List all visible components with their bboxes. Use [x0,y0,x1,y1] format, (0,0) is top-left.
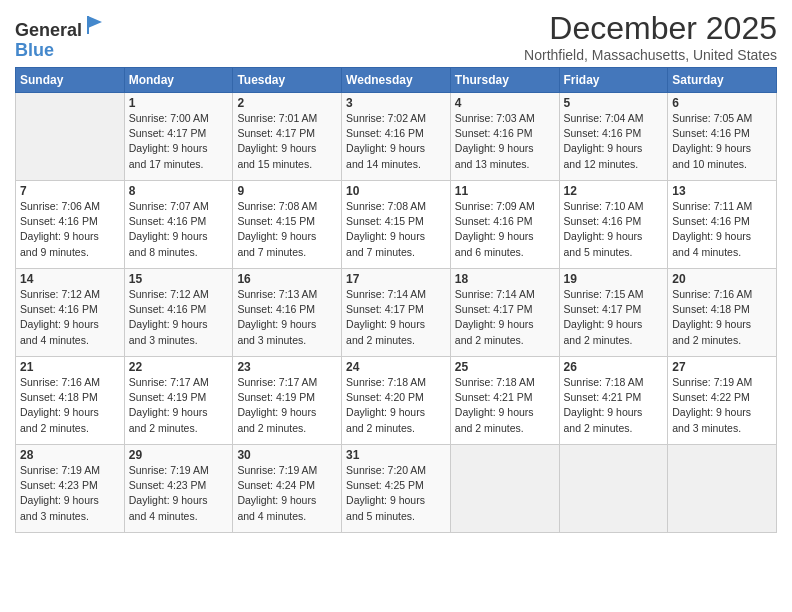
day-info: Sunrise: 7:08 AMSunset: 4:15 PMDaylight:… [346,199,446,260]
day-number: 23 [237,360,337,374]
day-cell: 8Sunrise: 7:07 AMSunset: 4:16 PMDaylight… [124,181,233,269]
day-cell: 21Sunrise: 7:16 AMSunset: 4:18 PMDayligh… [16,357,125,445]
day-number: 3 [346,96,446,110]
day-cell: 29Sunrise: 7:19 AMSunset: 4:23 PMDayligh… [124,445,233,533]
day-cell: 9Sunrise: 7:08 AMSunset: 4:15 PMDaylight… [233,181,342,269]
day-number: 24 [346,360,446,374]
month-title: December 2025 [524,10,777,47]
header: General Blue December 2025 Northfield, M… [15,10,777,63]
day-cell: 16Sunrise: 7:13 AMSunset: 4:16 PMDayligh… [233,269,342,357]
header-tuesday: Tuesday [233,68,342,93]
header-wednesday: Wednesday [342,68,451,93]
header-friday: Friday [559,68,668,93]
day-cell: 1Sunrise: 7:00 AMSunset: 4:17 PMDaylight… [124,93,233,181]
day-cell: 31Sunrise: 7:20 AMSunset: 4:25 PMDayligh… [342,445,451,533]
day-info: Sunrise: 7:14 AMSunset: 4:17 PMDaylight:… [455,287,555,348]
day-info: Sunrise: 7:18 AMSunset: 4:21 PMDaylight:… [564,375,664,436]
day-info: Sunrise: 7:03 AMSunset: 4:16 PMDaylight:… [455,111,555,172]
day-number: 28 [20,448,120,462]
day-info: Sunrise: 7:16 AMSunset: 4:18 PMDaylight:… [672,287,772,348]
day-info: Sunrise: 7:18 AMSunset: 4:21 PMDaylight:… [455,375,555,436]
day-cell: 2Sunrise: 7:01 AMSunset: 4:17 PMDaylight… [233,93,342,181]
day-cell: 6Sunrise: 7:05 AMSunset: 4:16 PMDaylight… [668,93,777,181]
logo-blue: Blue [15,40,54,60]
day-info: Sunrise: 7:14 AMSunset: 4:17 PMDaylight:… [346,287,446,348]
day-cell: 30Sunrise: 7:19 AMSunset: 4:24 PMDayligh… [233,445,342,533]
day-info: Sunrise: 7:00 AMSunset: 4:17 PMDaylight:… [129,111,229,172]
day-cell: 4Sunrise: 7:03 AMSunset: 4:16 PMDaylight… [450,93,559,181]
day-number: 14 [20,272,120,286]
day-info: Sunrise: 7:12 AMSunset: 4:16 PMDaylight:… [129,287,229,348]
day-number: 26 [564,360,664,374]
title-block: December 2025 Northfield, Massachusetts,… [524,10,777,63]
day-info: Sunrise: 7:12 AMSunset: 4:16 PMDaylight:… [20,287,120,348]
day-number: 25 [455,360,555,374]
day-cell: 12Sunrise: 7:10 AMSunset: 4:16 PMDayligh… [559,181,668,269]
day-info: Sunrise: 7:01 AMSunset: 4:17 PMDaylight:… [237,111,337,172]
day-cell [559,445,668,533]
day-cell [450,445,559,533]
day-cell: 17Sunrise: 7:14 AMSunset: 4:17 PMDayligh… [342,269,451,357]
day-number: 20 [672,272,772,286]
day-number: 16 [237,272,337,286]
day-number: 18 [455,272,555,286]
day-info: Sunrise: 7:05 AMSunset: 4:16 PMDaylight:… [672,111,772,172]
day-number: 13 [672,184,772,198]
day-number: 19 [564,272,664,286]
day-cell: 25Sunrise: 7:18 AMSunset: 4:21 PMDayligh… [450,357,559,445]
day-cell: 22Sunrise: 7:17 AMSunset: 4:19 PMDayligh… [124,357,233,445]
header-monday: Monday [124,68,233,93]
day-info: Sunrise: 7:07 AMSunset: 4:16 PMDaylight:… [129,199,229,260]
day-number: 2 [237,96,337,110]
day-cell: 18Sunrise: 7:14 AMSunset: 4:17 PMDayligh… [450,269,559,357]
day-info: Sunrise: 7:19 AMSunset: 4:24 PMDaylight:… [237,463,337,524]
day-info: Sunrise: 7:20 AMSunset: 4:25 PMDaylight:… [346,463,446,524]
day-info: Sunrise: 7:19 AMSunset: 4:23 PMDaylight:… [129,463,229,524]
day-info: Sunrise: 7:19 AMSunset: 4:22 PMDaylight:… [672,375,772,436]
day-cell: 10Sunrise: 7:08 AMSunset: 4:15 PMDayligh… [342,181,451,269]
day-info: Sunrise: 7:08 AMSunset: 4:15 PMDaylight:… [237,199,337,260]
day-number: 4 [455,96,555,110]
day-info: Sunrise: 7:11 AMSunset: 4:16 PMDaylight:… [672,199,772,260]
day-info: Sunrise: 7:16 AMSunset: 4:18 PMDaylight:… [20,375,120,436]
day-number: 29 [129,448,229,462]
day-info: Sunrise: 7:13 AMSunset: 4:16 PMDaylight:… [237,287,337,348]
day-cell: 14Sunrise: 7:12 AMSunset: 4:16 PMDayligh… [16,269,125,357]
day-number: 27 [672,360,772,374]
day-number: 30 [237,448,337,462]
day-info: Sunrise: 7:04 AMSunset: 4:16 PMDaylight:… [564,111,664,172]
week-row-2: 7Sunrise: 7:06 AMSunset: 4:16 PMDaylight… [16,181,777,269]
day-cell: 24Sunrise: 7:18 AMSunset: 4:20 PMDayligh… [342,357,451,445]
day-cell: 20Sunrise: 7:16 AMSunset: 4:18 PMDayligh… [668,269,777,357]
day-cell [668,445,777,533]
header-saturday: Saturday [668,68,777,93]
day-info: Sunrise: 7:09 AMSunset: 4:16 PMDaylight:… [455,199,555,260]
week-row-1: 1Sunrise: 7:00 AMSunset: 4:17 PMDaylight… [16,93,777,181]
day-number: 9 [237,184,337,198]
day-cell: 28Sunrise: 7:19 AMSunset: 4:23 PMDayligh… [16,445,125,533]
day-info: Sunrise: 7:18 AMSunset: 4:20 PMDaylight:… [346,375,446,436]
day-cell: 3Sunrise: 7:02 AMSunset: 4:16 PMDaylight… [342,93,451,181]
calendar-table: SundayMondayTuesdayWednesdayThursdayFrid… [15,67,777,533]
day-info: Sunrise: 7:10 AMSunset: 4:16 PMDaylight:… [564,199,664,260]
logo: General Blue [15,14,106,61]
day-info: Sunrise: 7:19 AMSunset: 4:23 PMDaylight:… [20,463,120,524]
day-info: Sunrise: 7:02 AMSunset: 4:16 PMDaylight:… [346,111,446,172]
header-sunday: Sunday [16,68,125,93]
calendar-container: General Blue December 2025 Northfield, M… [0,0,792,543]
day-cell: 26Sunrise: 7:18 AMSunset: 4:21 PMDayligh… [559,357,668,445]
day-number: 11 [455,184,555,198]
day-cell: 13Sunrise: 7:11 AMSunset: 4:16 PMDayligh… [668,181,777,269]
day-cell: 19Sunrise: 7:15 AMSunset: 4:17 PMDayligh… [559,269,668,357]
day-number: 6 [672,96,772,110]
day-number: 7 [20,184,120,198]
day-cell: 27Sunrise: 7:19 AMSunset: 4:22 PMDayligh… [668,357,777,445]
day-number: 21 [20,360,120,374]
day-info: Sunrise: 7:17 AMSunset: 4:19 PMDaylight:… [237,375,337,436]
day-number: 22 [129,360,229,374]
location-title: Northfield, Massachusetts, United States [524,47,777,63]
day-cell [16,93,125,181]
logo-flag-icon [84,14,106,36]
day-cell: 23Sunrise: 7:17 AMSunset: 4:19 PMDayligh… [233,357,342,445]
day-number: 8 [129,184,229,198]
